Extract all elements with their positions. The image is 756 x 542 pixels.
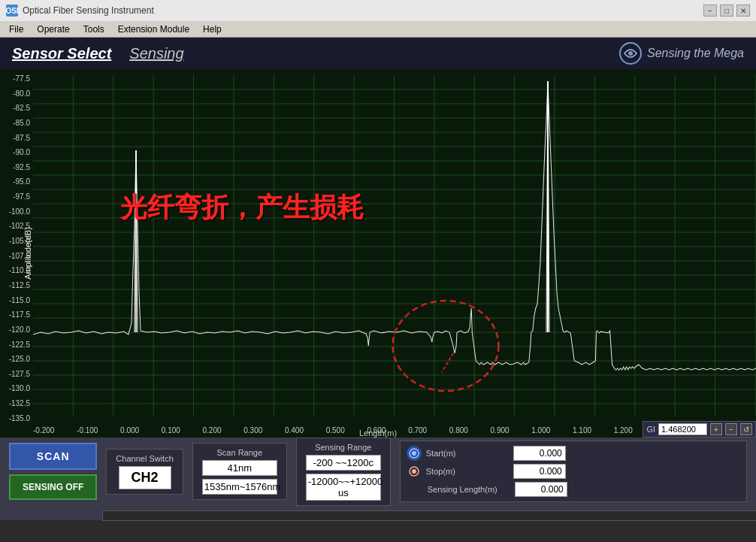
sensing-length-row: Sensing Length(m) xyxy=(407,482,740,497)
scan-range-value1: 41nm xyxy=(202,460,277,476)
scan-range-panel: Scan Range 41nm 1535nm~1576nm xyxy=(192,443,287,500)
sensor-select-title[interactable]: Sensor Select xyxy=(12,45,111,62)
gi-control: GI + − ↺ xyxy=(643,421,756,438)
stop-icon xyxy=(407,464,422,479)
menu-operate[interactable]: Operate xyxy=(31,23,75,36)
sensing-title[interactable]: Sensing xyxy=(129,45,183,62)
start-label: Start(m) xyxy=(426,449,509,458)
y-axis: -77.5 -80.0 -82.5 -85.0 -87.5 -90.0 -92.… xyxy=(0,69,33,438)
sensing-off-button[interactable]: SENSING OFF xyxy=(9,474,97,500)
logo-text: Sensing the Mega xyxy=(647,47,744,60)
sensing-range-panel: Sensing Range -200 ~~1200c -12000~~+1200… xyxy=(296,438,391,506)
minimize-button[interactable]: − xyxy=(703,5,717,17)
menu-bar: File Operate Tools Extension Module Help xyxy=(0,21,756,38)
header-left: Sensor Select Sensing xyxy=(12,45,184,62)
progress-bar-container xyxy=(102,510,756,521)
menu-extension-module[interactable]: Extension Module xyxy=(112,23,195,36)
menu-tools[interactable]: Tools xyxy=(77,23,110,36)
logo: Sensing the Mega xyxy=(618,41,744,65)
close-button[interactable]: ✕ xyxy=(736,5,750,17)
start-input[interactable] xyxy=(513,446,566,461)
bottom-panel: SCAN SENSING OFF Channel Switch CH2 Scan… xyxy=(0,438,756,520)
title-bar: OSI Optical Fiber Sensing Instrument − □… xyxy=(0,0,756,21)
channel-switch-panel: Channel Switch CH2 xyxy=(106,449,183,495)
logo-icon xyxy=(618,41,643,65)
sensing-range-value1: -200 ~~1200c xyxy=(306,455,381,471)
gi-minus-button[interactable]: − xyxy=(725,423,737,435)
start-icon xyxy=(407,446,422,461)
action-buttons: SCAN SENSING OFF xyxy=(9,443,97,500)
bottom-controls-row: SCAN SENSING OFF Channel Switch CH2 Scan… xyxy=(9,438,747,506)
gi-input[interactable] xyxy=(658,423,707,435)
channel-value[interactable]: CH2 xyxy=(119,466,171,489)
stop-label: Stop(m) xyxy=(426,467,509,476)
app-icon: OSI xyxy=(6,5,18,17)
param-panel: Start(m) Stop(m) Sensing Length(m) xyxy=(400,441,747,502)
maximize-button[interactable]: □ xyxy=(720,5,733,17)
menu-help[interactable]: Help xyxy=(197,23,228,36)
stop-param-row: Stop(m) xyxy=(407,464,740,479)
scan-range-value2: 1535nm~1576nm xyxy=(202,479,277,495)
progress-bar-row xyxy=(102,507,756,521)
window-controls: − □ ✕ xyxy=(703,5,750,17)
svg-point-53 xyxy=(412,451,416,456)
sensing-range-value2: -12000~~+12000 us xyxy=(306,474,381,501)
stop-input[interactable] xyxy=(513,464,566,479)
chart-svg xyxy=(33,75,756,416)
menu-file[interactable]: File xyxy=(3,23,29,36)
chart-inner: Amplitude(dB) -77.5 -80.0 -82.5 -85.0 -8… xyxy=(0,69,756,438)
sensing-range-header: Sensing Range xyxy=(315,443,371,452)
sensing-range-label: Sensing Range xyxy=(315,443,371,452)
start-param-row: Start(m) xyxy=(407,446,740,461)
chart-container: Amplitude(dB) -77.5 -80.0 -82.5 -85.0 -8… xyxy=(0,69,756,438)
bottom-inner: SCAN SENSING OFF Channel Switch CH2 Scan… xyxy=(9,438,747,521)
gi-reset-button[interactable]: ↺ xyxy=(740,423,752,435)
sensing-length-input[interactable] xyxy=(515,482,567,497)
app-header: Sensor Select Sensing Sensing the Mega xyxy=(0,38,756,69)
scan-button[interactable]: SCAN xyxy=(9,443,97,470)
length-label: Length(m) xyxy=(359,428,397,438)
channel-switch-label: Channel Switch xyxy=(116,454,173,463)
svg-point-55 xyxy=(412,469,416,474)
svg-point-1 xyxy=(628,51,633,56)
gi-label: GI xyxy=(646,425,655,434)
title-bar-text: Optical Fiber Sensing Instrument xyxy=(23,5,699,16)
scan-range-label: Scan Range xyxy=(217,448,263,457)
gi-plus-button[interactable]: + xyxy=(710,423,722,435)
sensing-length-label: Sensing Length(m) xyxy=(428,485,510,494)
